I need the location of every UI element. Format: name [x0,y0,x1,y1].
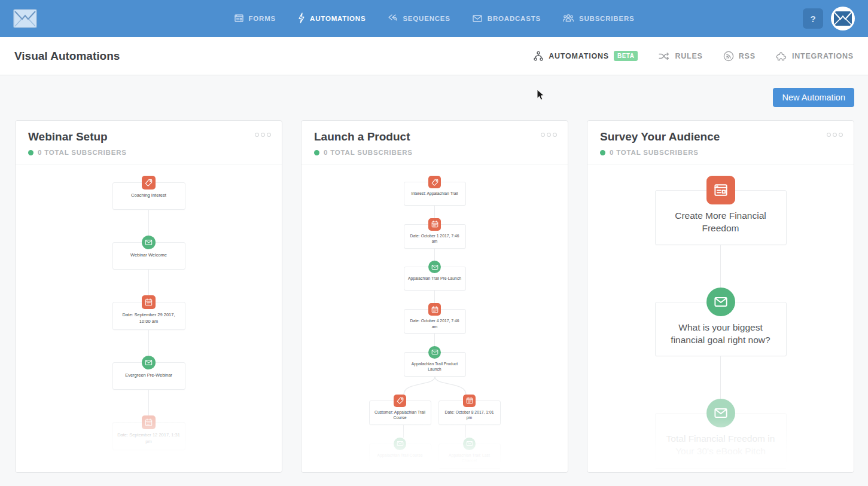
page-title: Visual Automations [14,50,120,63]
flow-node-tag: Coaching Interest [112,176,185,210]
kebab-menu-icon[interactable] [827,133,843,137]
date-node-icon [463,395,476,407]
automation-flow-preview: Interest: Appalachian TrailDate: October… [301,164,568,468]
flow-node-email: Webinar Welcome [112,236,185,270]
flow-node-date: Date: October 4 2017, 7:46 am [404,303,466,334]
email-node-icon [463,438,476,450]
flow-connector-line [434,249,435,261]
flow-node-email: Total Financial Freedom in Your 30's eBo… [655,399,787,468]
flow-node-date: Date: October 8 2017, 1:01 pm [438,395,501,425]
flow-node-tag: Customer: Appalachian Trail Course [369,395,431,425]
branch-row: Customer: Appalachian Trail CourseDate: … [369,395,501,425]
beta-badge: BETA [614,51,638,61]
automation-card[interactable]: Launch a Product0 TOTAL SUBSCRIBERSInter… [301,120,568,473]
flow-node-email: Appalachian Trail Course [369,438,431,468]
flow-node-email: Appalachian Trail Product Launch [404,346,466,377]
topnav-item-label: SUBSCRIBERS [579,15,635,22]
flow-connector-line [434,206,435,218]
account-envelope-avatar-icon[interactable] [831,7,855,30]
workflow-tree-icon [533,51,544,62]
card-header: Launch a Product0 TOTAL SUBSCRIBERS [301,121,568,164]
flow-node-email: Appalachian Trail: Last Chance! [438,438,501,468]
forms-icon [234,13,244,25]
card-title: Launch a Product [314,130,556,143]
email-node-icon [394,438,406,450]
topnav-item-label: BROADCASTS [488,15,541,22]
tab-label: AUTOMATIONS [549,52,609,60]
new-automation-button[interactable]: New Automation [773,88,854,107]
email-node-icon [706,399,735,427]
email-node-icon [706,288,735,316]
date-node-icon [142,295,156,309]
automation-card[interactable]: Webinar Setup0 TOTAL SUBSCRIBERSCoaching… [15,120,282,473]
flow-connector-line [148,390,149,415]
topnav-item-automations[interactable]: AUTOMATIONS [297,13,366,25]
flow-connector-line [465,425,466,438]
email-node-icon [428,346,441,359]
tab-rss[interactable]: RSS [723,51,756,62]
convertkit-envelope-logo-icon[interactable] [13,9,37,28]
form-node-icon [706,176,735,204]
sequences-arrows-icon [387,13,398,24]
flow-connector-line [720,245,721,288]
rss-icon [723,51,734,62]
date-node-icon [428,218,441,231]
main-content: New Automation Webinar Setup0 TOTAL SUBS… [0,75,868,473]
topnav-item-label: AUTOMATIONS [310,15,366,22]
kebab-menu-icon[interactable] [255,133,271,137]
flow-connector-line [434,334,435,346]
card-title: Survey Your Audience [600,130,842,143]
shuffle-icon [658,51,670,61]
tab-automations[interactable]: AUTOMATIONSBETA [533,51,638,62]
branch-connectors [376,425,494,438]
flow-connector-line [148,270,149,295]
topnav-item-forms[interactable]: FORMS [234,13,276,25]
kebab-menu-icon[interactable] [541,133,557,137]
flow-node-email: Appalachian Trail Pre-Launch [404,261,466,291]
subscriber-count: 0 TOTAL SUBSCRIBERS [314,149,556,156]
branch-fork-connector [400,377,470,395]
section-tabs: AUTOMATIONSBETARULESRSSINTEGRATIONS [533,50,854,62]
flow-connector-line [434,291,435,303]
card-header: Webinar Setup0 TOTAL SUBSCRIBERS [16,121,282,164]
topnav-item-label: SEQUENCES [403,15,450,22]
tag-node-icon [394,395,406,407]
branch-row: Appalachian Trail CourseAppalachian Trai… [369,438,501,468]
flow-node-email: What is your biggest financial goal righ… [655,288,787,357]
flow-connector-line [148,210,149,236]
flow-node-tag: Interest: Appalachian Trail [404,176,466,206]
primary-nav: FORMSAUTOMATIONSSEQUENCESBROADCASTSSUBSC… [234,0,635,37]
envelope-icon [472,14,483,24]
tag-node-icon [142,176,156,189]
flow-node-date: Date: September 12 2017, 1:31 pm [112,415,185,450]
subscriber-count: 0 TOTAL SUBSCRIBERS [600,149,842,156]
flow-connector-line [148,330,149,356]
card-header: Survey Your Audience0 TOTAL SUBSCRIBERS [587,121,854,164]
people-icon [562,13,574,24]
automation-flow-preview: Create More Financial FreedomWhat is you… [587,164,854,468]
flow-node-email: Evergreen Pre-Webinar [112,356,185,390]
tab-label: RULES [675,52,702,60]
date-node-icon [428,303,441,316]
page-header: Visual Automations AUTOMATIONSBETARULESR… [0,37,868,75]
email-node-icon [142,356,156,369]
topnav-item-broadcasts[interactable]: BROADCASTS [472,14,541,24]
flow-node-date: Date: October 1 2017, 7:46 am [404,218,466,249]
tab-rules[interactable]: RULES [658,51,702,61]
automation-cards-grid: Webinar Setup0 TOTAL SUBSCRIBERSCoaching… [15,120,854,473]
tab-label: INTEGRATIONS [792,52,854,60]
subscriber-status-dot [600,150,605,155]
email-node-icon [142,236,156,249]
automation-card[interactable]: Survey Your Audience0 TOTAL SUBSCRIBERSC… [587,120,854,473]
automation-flow-preview: Coaching InterestWebinar WelcomeDate: Se… [16,164,282,468]
topnav-item-sequences[interactable]: SEQUENCES [387,13,450,24]
topbar-right-group: ? [803,7,855,30]
flow-node-form: Create More Financial Freedom [655,176,787,245]
subscriber-status-dot [314,150,319,155]
topnav-item-subscribers[interactable]: SUBSCRIBERS [562,13,635,24]
help-button[interactable]: ? [803,8,823,29]
subscriber-count-label: 0 TOTAL SUBSCRIBERS [324,149,413,156]
top-navigation-bar: FORMSAUTOMATIONSSEQUENCESBROADCASTSSUBSC… [0,0,868,37]
tab-integrations[interactable]: INTEGRATIONS [776,50,854,62]
subscriber-status-dot [28,150,33,155]
